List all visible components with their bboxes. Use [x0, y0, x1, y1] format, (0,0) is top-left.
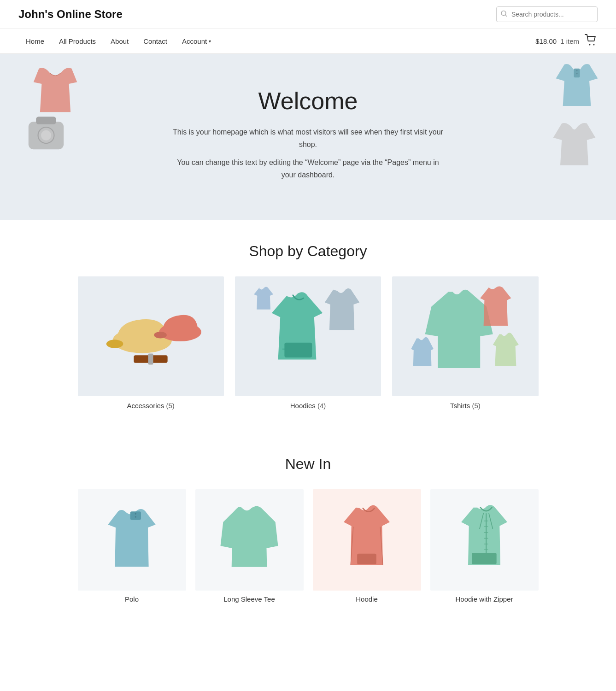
chevron-down-icon: ▾ [209, 39, 211, 44]
category-card-accessories[interactable]: Accessories (5) [78, 276, 224, 410]
svg-point-2 [589, 44, 591, 45]
hero-deco-polo-top-right [551, 59, 602, 118]
svg-rect-18 [130, 511, 141, 520]
hero-description: This is your homepage which is what most… [170, 126, 446, 182]
svg-rect-17 [285, 343, 312, 357]
nav-about[interactable]: About [103, 29, 136, 53]
product-img-hoodie-zipper [430, 489, 539, 591]
svg-rect-29 [472, 553, 496, 564]
cart-info: $18.00 1 item [535, 37, 579, 45]
search-icon [501, 11, 507, 18]
hero-deco-cap-left [18, 109, 74, 164]
svg-rect-21 [357, 553, 376, 564]
category-img-accessories [78, 276, 224, 396]
cart-amount: $18.00 [535, 37, 557, 45]
svg-rect-8 [36, 117, 56, 124]
product-card-hoodie-zipper[interactable]: Hoodie with Zipper [430, 489, 539, 603]
svg-point-20 [135, 516, 136, 517]
category-card-tshirts[interactable]: Tshirts (5) [392, 276, 538, 410]
nav-left: Home All Products About Contact Account … [18, 29, 218, 53]
hero-content: Welcome This is your homepage which is w… [170, 87, 446, 187]
category-label-accessories: Accessories (5) [78, 402, 224, 410]
svg-point-19 [135, 513, 136, 515]
product-card-long-sleeve[interactable]: Long Sleeve Tee [195, 489, 304, 603]
nav-right: $18.00 1 item [535, 34, 598, 49]
new-in-section: New In Polo Long Sleeve Tee [0, 433, 616, 626]
cart-icon[interactable] [585, 34, 598, 49]
category-label-hoodies: Hoodies (4) [235, 402, 381, 410]
search-input[interactable] [496, 6, 598, 22]
svg-point-3 [593, 44, 595, 45]
svg-point-16 [154, 332, 167, 339]
product-card-hoodie[interactable]: Hoodie [313, 489, 421, 603]
product-img-long-sleeve [195, 489, 304, 591]
site-header: John's Online Store [0, 0, 616, 29]
product-img-polo [78, 489, 186, 591]
category-label-tshirts: Tshirts (5) [392, 402, 538, 410]
search-wrap [496, 6, 598, 22]
product-name-long-sleeve: Long Sleeve Tee [195, 595, 304, 603]
site-title[interactable]: John's Online Store [18, 8, 123, 21]
svg-point-6 [576, 73, 577, 74]
product-name-hoodie-zipper: Hoodie with Zipper [430, 595, 539, 603]
cart-count: 1 item [560, 37, 579, 45]
category-img-tshirts [392, 276, 538, 396]
product-img-hoodie [313, 489, 421, 591]
category-card-hoodies[interactable]: Hoodies (4) [235, 276, 381, 410]
hero-desc-1: This is your homepage which is what most… [170, 126, 446, 151]
nav-home[interactable]: Home [18, 29, 52, 53]
nav-account[interactable]: Account ▾ [175, 29, 218, 53]
hero-deco-shirt-right [547, 117, 607, 173]
hero-section: Welcome This is your homepage which is w… [0, 54, 616, 220]
product-card-polo[interactable]: Polo [78, 489, 186, 603]
hero-title: Welcome [170, 87, 446, 115]
category-img-hoodies [235, 276, 381, 396]
svg-rect-14 [148, 354, 153, 365]
hero-desc-2: You can change this text by editing the … [170, 156, 446, 181]
nav-contact[interactable]: Contact [136, 29, 175, 53]
product-grid: Polo Long Sleeve Tee Hoodi [78, 489, 539, 603]
svg-point-5 [576, 70, 577, 71]
product-name-polo: Polo [78, 595, 186, 603]
svg-line-1 [505, 15, 507, 17]
product-name-hoodie: Hoodie [313, 595, 421, 603]
svg-point-10 [41, 130, 51, 141]
svg-point-12 [106, 340, 123, 348]
new-in-title: New In [18, 456, 598, 473]
categories-title: Shop by Category [18, 243, 598, 260]
categories-section: Shop by Category A [0, 220, 616, 433]
category-grid: Accessories (5) [78, 276, 539, 410]
site-nav: Home All Products About Contact Account … [0, 29, 616, 54]
nav-all-products[interactable]: All Products [52, 29, 103, 53]
